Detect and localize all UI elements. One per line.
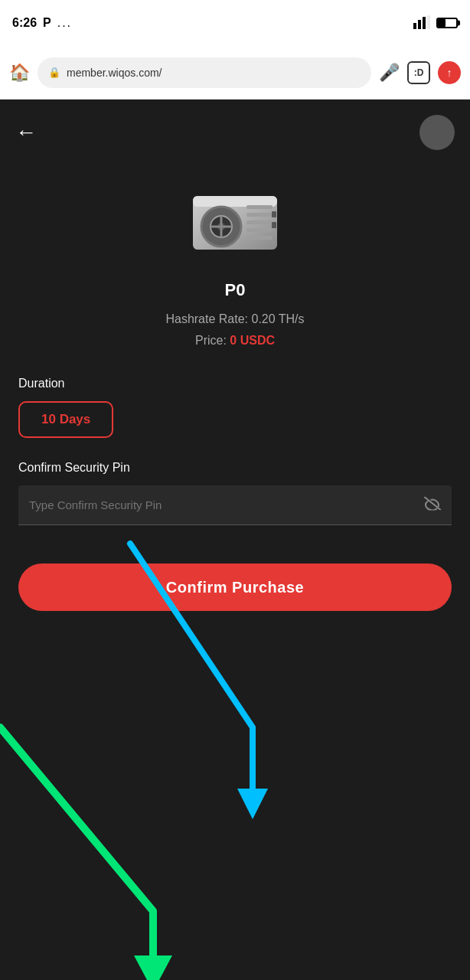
product-info: P0 Hashrate Rate: 0.20 TH/s Price: 0 USD… (0, 273, 470, 361)
hashrate-label: Hashrate Rate: (165, 312, 248, 325)
pin-input[interactable] (18, 485, 452, 525)
svg-marker-21 (134, 956, 172, 980)
product-image-area (0, 158, 470, 273)
mic-icon[interactable]: 🎤 (379, 63, 400, 83)
home-icon[interactable]: 🏠 (9, 63, 30, 83)
svg-rect-1 (418, 20, 421, 29)
browser-bar: 🏠 🔒 member.wiqos.com/ 🎤 :D ↑ (0, 46, 470, 100)
lock-icon: 🔒 (48, 67, 60, 78)
price-value: 0 USDC (230, 334, 275, 347)
svg-rect-18 (272, 211, 276, 217)
miner-svg (189, 188, 281, 257)
back-button[interactable]: ← (15, 122, 37, 143)
url-bar[interactable]: 🔒 member.wiqos.com/ (38, 57, 371, 88)
confirm-button-area: Confirm Purchase (0, 533, 470, 626)
eye-toggle-icon[interactable] (424, 497, 441, 514)
tab-icon[interactable]: :D (407, 61, 430, 84)
svg-rect-15 (246, 220, 273, 224)
duration-label: Duration (18, 377, 452, 390)
share-icon[interactable]: ↑ (438, 61, 461, 84)
svg-rect-17 (246, 236, 273, 240)
status-bar: 6:26 P ... (0, 0, 470, 46)
hashrate-value: 0.20 TH/s (251, 312, 304, 325)
svg-rect-2 (423, 17, 426, 29)
svg-rect-14 (246, 213, 273, 217)
top-nav: ← (0, 100, 470, 158)
svg-rect-3 (427, 15, 430, 29)
status-p-indicator: P (43, 16, 51, 30)
price-label: Price: (195, 334, 227, 347)
svg-rect-0 (413, 23, 416, 29)
price-info: Price: 0 USDC (15, 334, 455, 348)
svg-marker-20 (237, 789, 268, 819)
security-pin-section: Confirm Security Pin (0, 446, 470, 533)
status-right (413, 15, 458, 31)
hashrate-info: Hashrate Rate: 0.20 TH/s (15, 312, 455, 326)
status-dots: ... (57, 16, 72, 30)
circle-action-button[interactable] (419, 115, 455, 150)
product-name: P0 (15, 280, 455, 300)
duration-section: Duration 10 Days (0, 361, 470, 446)
pin-input-wrapper (18, 485, 452, 525)
status-time: 6:26 (12, 16, 37, 30)
duration-button[interactable]: 10 Days (18, 401, 113, 438)
svg-rect-13 (246, 205, 273, 209)
confirm-purchase-button[interactable]: Confirm Purchase (18, 564, 452, 611)
battery-icon (436, 18, 458, 28)
pin-label: Confirm Security Pin (18, 461, 452, 475)
svg-rect-5 (193, 196, 277, 207)
url-text: member.wiqos.com/ (67, 67, 162, 79)
product-image (189, 188, 281, 257)
svg-rect-16 (246, 228, 273, 232)
status-left: 6:26 P ... (12, 16, 72, 30)
signal-icon (413, 15, 430, 31)
main-content: ← (0, 100, 470, 980)
svg-rect-19 (272, 222, 276, 228)
